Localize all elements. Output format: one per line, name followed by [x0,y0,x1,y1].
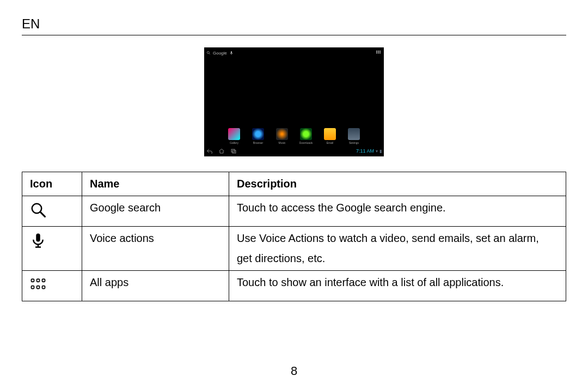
row-icon-cell [22,271,82,301]
row-name: All apps [82,271,229,301]
svg-rect-15 [37,286,40,289]
header-description: Description [229,172,566,196]
microphone-icon [229,51,234,55]
dock-label: Downloads [299,141,313,144]
dock-label: Settings [349,141,359,144]
gallery-icon [228,128,240,140]
row-name: Google search [82,196,229,227]
icon-reference-table: Icon Name Description Google search Touc… [22,172,566,301]
tablet-dock: Gallery Browser Music Downloads Email Se… [204,128,384,144]
apps-grid-icon [376,51,382,55]
dock-label: Email [327,141,334,144]
microphone-icon [30,232,46,248]
header-icon: Icon [22,172,82,196]
svg-rect-14 [32,286,34,289]
search-icon [206,51,211,55]
svg-line-1 [209,53,210,54]
dock-app-gallery: Gallery [226,128,242,144]
svg-rect-11 [32,279,34,282]
dock-label: Gallery [230,141,238,144]
downloads-icon [300,128,312,140]
search-icon [30,202,46,218]
table-row: All apps Touch to show an interface with… [22,271,566,301]
dock-app-email: Email [322,128,338,144]
tablet-screenshot-container: Google Gallery Browser Music Downloads E… [22,47,566,156]
row-description: Touch to show an interface with a list o… [229,271,566,301]
svg-rect-8 [36,234,40,242]
tablet-search-widget: Google [206,51,234,56]
row-name: Voice actions [82,227,229,271]
dock-label: Music [278,141,285,144]
row-description: Touch to access the Google search engine… [229,196,566,227]
svg-rect-12 [37,279,40,282]
table-row: Voice actions Use Voice Actions to watch… [22,227,566,271]
tablet-navbar: 7:11 AM ▾ ▮ [206,147,382,155]
svg-line-7 [40,212,45,217]
recents-icon [230,148,237,154]
dock-label: Browser [253,141,263,144]
clock-text: 7:11 AM [356,148,374,154]
header-name: Name [82,172,229,196]
music-icon [276,128,288,140]
settings-icon [348,128,360,140]
description-text: Use Voice Actions to watch a video, send… [237,232,539,244]
page-number: 8 [0,364,588,378]
dock-app-settings: Settings [346,128,362,144]
row-icon-cell [22,196,82,227]
back-icon [206,148,213,154]
home-icon [218,148,225,154]
table-row: Google search Touch to access the Google… [22,196,566,227]
row-description: Use Voice Actions to watch a video, send… [229,227,566,271]
svg-rect-13 [42,279,45,282]
svg-rect-16 [42,286,45,289]
tablet-search-label: Google [213,51,227,56]
status-battery-icon: ▮ [379,149,382,154]
table-header-row: Icon Name Description [22,172,566,196]
language-header: EN [22,16,566,35]
row-icon-cell [22,227,82,271]
dock-app-downloads: Downloads [298,128,314,144]
description-text-line2: get directions, etc. [237,252,558,265]
tablet-clock: 7:11 AM ▾ ▮ [356,148,382,154]
tablet-topbar: Google [206,49,382,57]
browser-icon [252,128,264,140]
all-apps-icon [30,276,46,293]
email-icon [324,128,336,140]
status-wifi-icon: ▾ [376,149,378,154]
dock-app-music: Music [274,128,290,144]
tablet-screenshot: Google Gallery Browser Music Downloads E… [204,47,384,156]
dock-app-browser: Browser [250,128,266,144]
svg-rect-2 [231,51,232,53]
